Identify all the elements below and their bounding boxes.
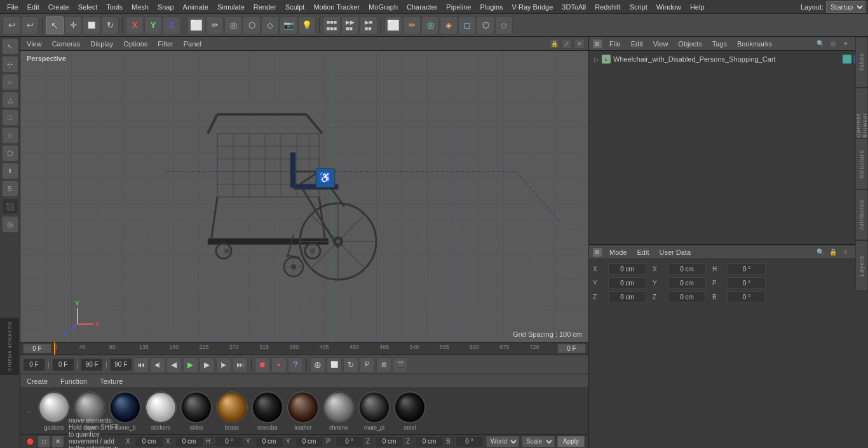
viewport-menu-options[interactable]: Options bbox=[121, 39, 150, 48]
vp-close-button[interactable]: ✕ bbox=[574, 39, 585, 49]
viewport-menu-filter[interactable]: Filter bbox=[155, 39, 175, 48]
y-axis-button[interactable]: Y bbox=[144, 17, 162, 34]
prim-deform-button[interactable]: ◈ bbox=[440, 17, 458, 34]
sidebar-btn-5[interactable]: □ bbox=[2, 109, 18, 126]
grid-button[interactable]: ⊞ bbox=[376, 357, 391, 372]
sidebar-btn-3[interactable]: ○ bbox=[2, 74, 18, 90]
material-item-crossba[interactable]: crossba bbox=[252, 391, 283, 431]
attr-p-input[interactable] bbox=[728, 277, 766, 288]
sidebar-btn-8[interactable]: ⬆ bbox=[2, 163, 18, 179]
objects-search-button[interactable]: 🔍 bbox=[815, 38, 826, 50]
menu-motion-tracker[interactable]: Motion Tracker bbox=[309, 2, 364, 12]
move-tool-button[interactable]: ✛ bbox=[64, 17, 82, 34]
coord-b-field[interactable] bbox=[455, 436, 484, 447]
prev-keyframe-button[interactable]: ◀| bbox=[150, 357, 165, 372]
prim-pen-button[interactable]: ✏ bbox=[403, 17, 421, 34]
coord-z-pos-field[interactable] bbox=[375, 436, 403, 447]
menu-snap[interactable]: Snap bbox=[153, 2, 179, 12]
menu-vray[interactable]: V-Ray Bridge bbox=[508, 2, 558, 12]
prev-frame-button[interactable]: ◀ bbox=[166, 357, 182, 372]
viewport-menu-cameras[interactable]: Cameras bbox=[50, 39, 83, 48]
menu-file[interactable]: File bbox=[3, 2, 23, 12]
select-tool-button[interactable]: ↖ bbox=[46, 17, 64, 34]
objects-options-button[interactable]: ≡ bbox=[840, 38, 851, 50]
menu-3dtoall[interactable]: 3DToAll bbox=[557, 2, 590, 12]
attr-edit-menu[interactable]: Edit bbox=[635, 248, 652, 257]
material-item-mate_pi[interactable]: mate_pi bbox=[358, 391, 390, 431]
next-keyframe-button[interactable]: |▶ bbox=[216, 357, 231, 372]
coord-x-size-field[interactable] bbox=[175, 436, 203, 447]
attr-z-pos-input[interactable] bbox=[608, 291, 646, 302]
current-frame-field[interactable] bbox=[52, 358, 74, 371]
menu-mesh[interactable]: Mesh bbox=[127, 2, 153, 12]
attr-z-size-input[interactable] bbox=[668, 291, 706, 302]
objects-bookmarks-menu[interactable]: Bookmarks bbox=[735, 39, 775, 48]
record-button[interactable]: ⏺ bbox=[255, 357, 270, 372]
move-key-button[interactable]: ⊕ bbox=[310, 357, 325, 372]
timeline-current-frame[interactable]: 0 F bbox=[23, 344, 51, 353]
auto-key-button[interactable]: ● bbox=[271, 357, 287, 372]
camera-button[interactable]: 📷 bbox=[280, 17, 297, 34]
status-icon-3[interactable]: ✕ bbox=[52, 436, 64, 447]
menu-plugins[interactable]: Plugins bbox=[475, 2, 507, 12]
tab-attributes[interactable]: Attributes bbox=[855, 189, 868, 240]
material-item-leather[interactable]: leather bbox=[287, 391, 319, 431]
viewport-menu-display[interactable]: Display bbox=[88, 39, 116, 48]
material-item-sides[interactable]: sides bbox=[180, 391, 212, 431]
attr-mode-menu[interactable]: Mode bbox=[607, 248, 630, 257]
prim-camera-button[interactable]: ◻ bbox=[458, 17, 476, 34]
menu-sculpt[interactable]: Sculpt bbox=[281, 2, 309, 12]
sidebar-btn-6[interactable]: ☆ bbox=[2, 127, 18, 144]
render-region-button[interactable]: ■■■■■■ bbox=[323, 17, 341, 34]
material-item-stickers[interactable]: stickers bbox=[145, 391, 177, 431]
attr-options-button[interactable]: ≡ bbox=[840, 247, 851, 258]
sidebar-btn-2[interactable]: ⊹ bbox=[2, 56, 18, 72]
menu-animate[interactable]: Animate bbox=[179, 2, 213, 12]
coord-y-pos-field[interactable] bbox=[255, 436, 283, 447]
sidebar-btn-11[interactable]: ◎ bbox=[2, 216, 18, 233]
coord-p-field[interactable] bbox=[335, 436, 363, 447]
light-button[interactable]: 💡 bbox=[298, 17, 316, 34]
attr-x-size-input[interactable] bbox=[668, 263, 706, 275]
apply-button[interactable]: Apply bbox=[557, 436, 585, 447]
pen-button[interactable]: ✏ bbox=[206, 17, 224, 34]
sidebar-btn-9[interactable]: S bbox=[2, 180, 18, 197]
menu-redshift[interactable]: Redshift bbox=[590, 2, 625, 12]
mat-menu-create[interactable]: Create bbox=[24, 377, 50, 386]
redo-button[interactable]: ↩ bbox=[21, 17, 39, 34]
prim-mat-button[interactable]: ◇ bbox=[495, 17, 513, 34]
menu-create[interactable]: Create bbox=[44, 2, 74, 12]
undo-button[interactable]: ↩ bbox=[3, 17, 20, 34]
menu-select[interactable]: Select bbox=[74, 2, 102, 12]
prim-poly-button[interactable]: ⬡ bbox=[477, 17, 494, 34]
info-button[interactable]: ? bbox=[288, 357, 303, 372]
z-axis-button[interactable]: Z bbox=[163, 17, 180, 34]
timeline-frame-counter[interactable]: 0 F bbox=[557, 344, 586, 353]
sidebar-btn-10[interactable]: ⬛ bbox=[2, 198, 18, 215]
status-icon-2[interactable]: □ bbox=[38, 436, 50, 447]
objects-objects-menu[interactable]: Objects bbox=[675, 39, 704, 48]
target-button[interactable]: ◎ bbox=[224, 17, 242, 34]
menu-render[interactable]: Render bbox=[249, 2, 281, 12]
render-anim-button[interactable]: ▶▶■■ bbox=[341, 17, 359, 34]
attr-b-input[interactable] bbox=[728, 291, 766, 302]
menu-pipeline[interactable]: Pipeline bbox=[442, 2, 475, 12]
menu-simulate[interactable]: Simulate bbox=[213, 2, 249, 12]
objects-file-menu[interactable]: File bbox=[607, 39, 623, 48]
p-button[interactable]: P bbox=[360, 357, 375, 372]
world-dropdown[interactable]: World bbox=[486, 436, 519, 447]
timeline-markers[interactable]: 0 45 90 135 180 225 270 315 360 405 450 … bbox=[54, 343, 555, 355]
next-frame-button[interactable]: ▶ bbox=[200, 357, 215, 372]
objects-tags-menu[interactable]: Tags bbox=[710, 39, 729, 48]
sidebar-btn-4[interactable]: △ bbox=[2, 92, 18, 108]
deform-button[interactable]: ◇ bbox=[261, 17, 279, 34]
anim-button[interactable]: 🎬 bbox=[393, 357, 408, 372]
scale-key-button[interactable]: ⬜ bbox=[327, 357, 342, 372]
play-button[interactable]: ▶ bbox=[183, 357, 198, 372]
viewport-menu-view[interactable]: View bbox=[24, 39, 44, 48]
tab-content-browser[interactable]: Content Browser bbox=[855, 88, 868, 139]
menu-edit[interactable]: Edit bbox=[23, 2, 44, 12]
coord-h-field[interactable] bbox=[215, 436, 243, 447]
rotate-tool-button[interactable]: ↻ bbox=[101, 17, 119, 34]
scale-dropdown[interactable]: Scale bbox=[522, 436, 555, 447]
